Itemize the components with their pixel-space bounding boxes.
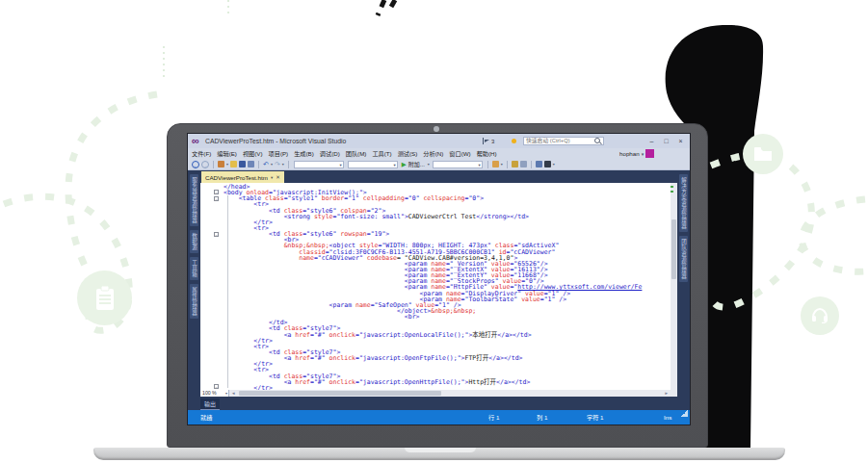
- tool-window-tab[interactable]: 数据源: [190, 230, 198, 253]
- tab-cadviewerprotest[interactable]: CADViewerProTest.htm ▾ ✕: [201, 171, 284, 183]
- menu-item[interactable]: 分析(N): [423, 149, 443, 158]
- undo-icon[interactable]: ↶: [263, 161, 269, 168]
- folder-icon: [754, 147, 772, 161]
- tool-window-tab[interactable]: 工具箱: [190, 257, 198, 280]
- laptop-base: [93, 448, 785, 460]
- status-column: 列 1: [537, 410, 547, 424]
- webcam-dot: [434, 126, 439, 132]
- close-button[interactable]: ×: [673, 134, 688, 148]
- tool-window-tab[interactable]: 服务器资源管理器: [190, 174, 198, 226]
- redo-icon[interactable]: ↷: [275, 161, 280, 168]
- dropdown-caret-icon[interactable]: ▾: [428, 162, 430, 167]
- quick-launch-box[interactable]: [523, 137, 604, 145]
- menu-item[interactable]: 团队(M): [346, 149, 367, 158]
- vertical-scrollbar[interactable]: [671, 183, 677, 397]
- menu-item[interactable]: 编辑(E): [217, 149, 237, 158]
- scrollbar-thumb[interactable]: [239, 391, 441, 396]
- attach-button[interactable]: ▶附加...: [402, 160, 425, 168]
- left-tool-window-strip: 服务器资源管理器数据源工具箱属性管理器: [188, 170, 200, 410]
- nav-back-icon[interactable]: ←: [192, 161, 199, 168]
- quick-launch-input[interactable]: [524, 138, 594, 143]
- user-name: hophan: [619, 150, 640, 157]
- notifications-flag[interactable]: 3: [483, 138, 494, 144]
- dropdown-caret-icon[interactable]: ▾: [501, 162, 503, 167]
- toolbar-separator: [487, 161, 488, 168]
- collapse-toggle-icon[interactable]: –: [214, 190, 219, 194]
- tool-window-tab[interactable]: 属性管理器: [190, 284, 198, 319]
- toolbar-separator: [507, 161, 508, 168]
- maximize-button[interactable]: □: [659, 134, 673, 148]
- dropdown-caret-icon[interactable]: ▾: [226, 162, 228, 167]
- scroll-right-icon[interactable]: ►: [663, 391, 671, 396]
- tab-label: CADViewerProTest.htm: [205, 174, 268, 181]
- collapse-toggle-icon[interactable]: –: [214, 196, 219, 201]
- dropdown-caret-icon[interactable]: ▾: [553, 162, 555, 167]
- user-account[interactable]: hophan ▾: [619, 148, 654, 159]
- status-line: 行 1: [488, 410, 499, 424]
- solution-explorer-icon[interactable]: [512, 161, 518, 167]
- menu-item[interactable]: 测试(S): [398, 149, 418, 158]
- solution-platforms-combo[interactable]: [348, 161, 398, 168]
- tool-window-tab[interactable]: 解决方案资源管理器: [679, 174, 688, 232]
- menu-item[interactable]: 窗口(W): [449, 149, 470, 158]
- chevron-down-icon: ▾: [642, 151, 644, 157]
- dark-dash-decoration: [391, 0, 395, 7]
- toolbar-separator: [258, 161, 259, 168]
- update-notification-icon[interactable]: [512, 139, 516, 143]
- feedback-flag-icon[interactable]: [544, 161, 551, 167]
- flag-icon: [483, 138, 484, 144]
- new-project-icon[interactable]: [218, 161, 224, 167]
- save-all-icon[interactable]: [248, 161, 254, 167]
- menu-item[interactable]: 文件(F): [192, 149, 211, 158]
- menu-item[interactable]: 工具(T): [372, 149, 391, 158]
- menu-item[interactable]: 调试(D): [320, 149, 340, 158]
- nav-forward-icon[interactable]: →: [201, 161, 209, 168]
- change-marker: [671, 191, 673, 193]
- open-file-icon[interactable]: [230, 161, 237, 167]
- laptop-base-notch: [405, 448, 476, 452]
- start-debug-icon: ▶: [402, 161, 407, 168]
- debug-target-combo[interactable]: [433, 161, 483, 168]
- collapse-toggle-icon[interactable]: –: [214, 384, 219, 389]
- menu-item[interactable]: 视图(V): [243, 149, 263, 158]
- tool-window-tab[interactable]: 团队资源管理器: [679, 236, 688, 282]
- collapse-toggle-icon[interactable]: –: [214, 232, 219, 237]
- dropdown-caret-icon[interactable]: ▾: [271, 162, 273, 167]
- properties-window-icon[interactable]: [520, 161, 527, 167]
- notification-count: 3: [491, 139, 494, 144]
- menu-item[interactable]: 生成(B): [294, 149, 314, 158]
- outline-guide-line: [227, 195, 228, 388]
- scrollbar-thumb[interactable]: [671, 219, 676, 279]
- search-icon: [594, 138, 600, 143]
- status-insert-mode: Ins: [664, 410, 671, 424]
- toolbar-separator: [213, 161, 214, 168]
- avatar[interactable]: [645, 149, 654, 158]
- chevron-down-icon[interactable]: ▾: [271, 175, 273, 180]
- menu-item[interactable]: 帮助(H): [477, 149, 497, 158]
- dropdown-caret-icon[interactable]: ▾: [282, 162, 284, 167]
- save-icon[interactable]: [239, 161, 246, 167]
- page: ∞ CADViewerProTest.htm - Microsoft Visua…: [0, 0, 868, 463]
- menu-item[interactable]: 项目(P): [269, 149, 289, 158]
- editor-zoom-control[interactable]: 100 %: [200, 390, 229, 397]
- scroll-left-icon[interactable]: ◄: [229, 391, 237, 396]
- title-bar: ∞ CADViewerProTest.htm - Microsoft Visua…: [188, 134, 690, 148]
- solution-configurations-combo[interactable]: [294, 161, 344, 168]
- output-panel-tab[interactable]: 输出: [200, 399, 220, 410]
- dashed-curve-left-1: [68, 94, 157, 298]
- minimize-button[interactable]: –: [644, 134, 659, 148]
- visual-studio-logo-icon: ∞: [192, 134, 199, 148]
- horizontal-scrollbar[interactable]: 100 % ◄ ►: [200, 390, 671, 397]
- visual-studio-window: ∞ CADViewerProTest.htm - Microsoft Visua…: [188, 134, 690, 424]
- code-editor[interactable]: </head><body onload="javascript:InitView…: [200, 183, 671, 397]
- close-icon[interactable]: ✕: [276, 174, 280, 180]
- document-tab-strip: CADViewerProTest.htm ▾ ✕ ▾: [188, 170, 690, 183]
- folder-badge: [743, 134, 783, 174]
- toolbar-separator: [531, 161, 532, 168]
- browser-preview-icon[interactable]: [536, 161, 542, 167]
- dark-dash-decoration: [378, 0, 384, 15]
- status-character: 字符 1: [587, 410, 604, 424]
- find-in-files-icon[interactable]: [492, 161, 499, 167]
- bottom-panel: 输出: [188, 397, 690, 410]
- resize-grip[interactable]: [681, 410, 688, 417]
